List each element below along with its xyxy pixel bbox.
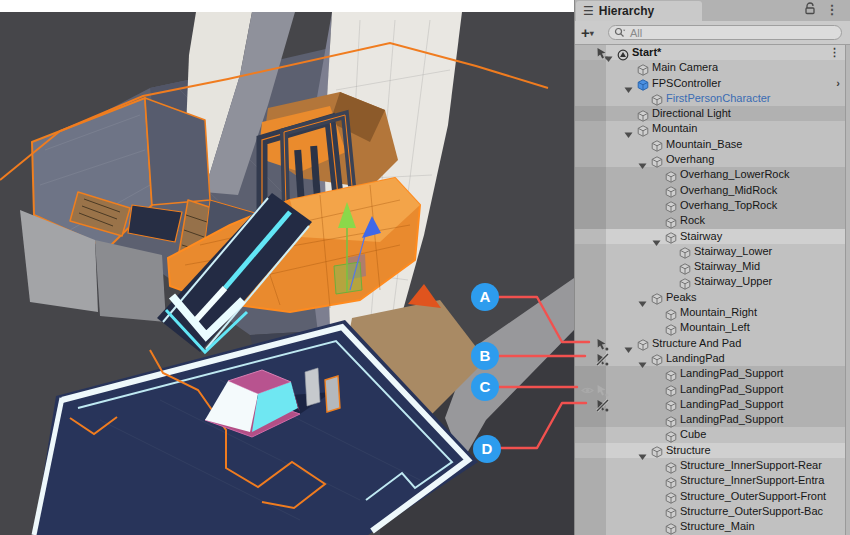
unity-scene-icon [617, 47, 629, 59]
hierarchy-row-landingpad[interactable]: LandingPad [575, 351, 850, 366]
gameobject-cube-icon [665, 322, 677, 334]
gameobject-cube-icon [651, 154, 663, 166]
hierarchy-row-overhang[interactable]: Overhang [575, 152, 850, 167]
prefab-chevron-right-icon[interactable]: › [836, 76, 840, 91]
hierarchy-row-mountain[interactable]: Mountain [575, 121, 850, 136]
pickable-toggle-icon[interactable] [596, 337, 609, 350]
callout-badge-d: D [473, 435, 501, 463]
gameobject-cube-icon [665, 414, 677, 426]
gameobject-cube-icon [665, 429, 677, 441]
hierarchy-row-structure-innersupport-rear[interactable]: Structure_InnerSupport-Rear [575, 458, 850, 473]
foldout-chevron-down-icon[interactable] [638, 447, 647, 455]
add-object-button[interactable]: +▾ [581, 23, 594, 44]
gameobject-cube-icon [665, 383, 677, 395]
foldout-chevron-down-icon[interactable] [624, 340, 633, 348]
scene-view[interactable]: A B C D [0, 0, 574, 535]
hierarchy-row-start-[interactable]: Start*⋮ [575, 45, 850, 60]
foldout-chevron-down-icon[interactable] [624, 125, 633, 133]
object-label: Mountain [652, 121, 697, 136]
gameobject-cube-icon [665, 398, 677, 410]
hierarchy-row-stairway-lower[interactable]: Stairway_Lower [575, 244, 850, 259]
vertical-scrollbar[interactable] [845, 45, 850, 535]
hierarchy-row-landingpad-support[interactable]: LandingPad_Support [575, 382, 850, 397]
tab-title: Hierarchy [599, 4, 654, 18]
gameobject-cube-icon [637, 62, 649, 74]
object-label: Stairway [680, 229, 722, 244]
gameobject-cube-icon [665, 368, 677, 380]
hierarchy-row-directional-light[interactable]: Directional Light [575, 106, 850, 121]
hierarchy-row-structure-and-pad[interactable]: Structure And Pad [575, 336, 850, 351]
kebab-menu-icon[interactable]: ⋮ [824, 2, 840, 18]
hierarchy-row-stairway-upper[interactable]: Stairway_Upper [575, 274, 850, 289]
gameobject-cube-icon [679, 245, 691, 257]
gameobject-cube-icon [665, 505, 677, 517]
hierarchy-row-mountain-base[interactable]: Mountain_Base [575, 137, 850, 152]
object-label: LandingPad_Support [680, 382, 783, 397]
hierarchy-row-landingpad-support[interactable]: LandingPad_Support [575, 412, 850, 427]
gameobject-cube-icon [637, 123, 649, 135]
object-label: Structure_OuterSupport-Front [680, 489, 826, 504]
object-label: Structure_InnerSupport-Entra [680, 473, 824, 488]
gameobject-cube-icon [665, 490, 677, 502]
hierarchy-row-firstpersoncharacter[interactable]: FirstPersonCharacter [575, 91, 850, 106]
gameobject-cube-icon [651, 138, 663, 150]
hierarchy-row-main-camera[interactable]: Main Camera [575, 60, 850, 75]
hierarchy-row-stairway[interactable]: Stairway [575, 229, 850, 244]
object-label: Main Camera [652, 60, 718, 75]
object-label: LandingPad_Support [680, 366, 783, 381]
object-label: LandingPad [666, 351, 725, 366]
hierarchy-row-structure-main[interactable]: Structure_Main [575, 519, 850, 534]
hierarchy-row-structure-innersupport-entra[interactable]: Structure_InnerSupport-Entra [575, 473, 850, 488]
object-label: Mountain_Base [666, 137, 742, 152]
object-label: FirstPersonCharacter [666, 91, 771, 106]
object-label: Overhang_LowerRock [680, 167, 789, 182]
pickable-off-toggle-icon[interactable] [596, 352, 609, 365]
hierarchy-row-mountain-left[interactable]: Mountain_Left [575, 320, 850, 335]
hierarchy-row-landingpad-support[interactable]: LandingPad_Support [575, 366, 850, 381]
hierarchy-row-overhang-toprock[interactable]: Overhang_TopRock [575, 198, 850, 213]
visibility-eye-icon[interactable] [581, 383, 594, 396]
object-label: Cube [680, 427, 706, 442]
foldout-chevron-down-icon[interactable] [638, 355, 647, 363]
object-label: LandingPad_Support [680, 397, 783, 412]
gameobject-cube-icon [637, 337, 649, 349]
hierarchy-row-rock[interactable]: Rock [575, 213, 850, 228]
prefab-cube-icon [637, 77, 649, 89]
object-label: Mountain_Right [680, 305, 757, 320]
lock-icon[interactable] [802, 2, 818, 18]
object-label: Overhang_MidRock [680, 183, 777, 198]
object-label: Structure_InnerSupport-Rear [680, 458, 822, 473]
panel-tab-bar: ☰Hierarchy ⋮ [575, 0, 850, 21]
hierarchy-row-landingpad-support[interactable]: LandingPad_Support [575, 397, 850, 412]
foldout-chevron-down-icon[interactable] [652, 233, 661, 241]
hierarchy-row-cube[interactable]: Cube [575, 427, 850, 442]
hierarchy-row-structurre-outersupport-bac[interactable]: Structurre_OuterSupport-Bac [575, 504, 850, 519]
tab-hierarchy[interactable]: ☰Hierarchy [576, 1, 702, 21]
object-label: Start* [632, 45, 661, 60]
foldout-chevron-down-icon[interactable] [624, 80, 633, 88]
object-label: Structurre_OuterSupport-Bac [680, 504, 823, 519]
hierarchy-row-mountain-right[interactable]: Mountain_Right [575, 305, 850, 320]
callout-badge-a: A [471, 283, 499, 311]
object-label: FPSController [652, 76, 721, 91]
hierarchy-row-peaks[interactable]: Peaks [575, 290, 850, 305]
hierarchy-row-fpscontroller[interactable]: FPSController› [575, 76, 850, 91]
gameobject-cube-icon [651, 291, 663, 303]
foldout-chevron-down-icon[interactable] [604, 49, 613, 57]
foldout-chevron-down-icon[interactable] [638, 294, 647, 302]
hierarchy-row-structure-outersupport-front[interactable]: Structure_OuterSupport-Front [575, 489, 850, 504]
toggle-gutter [575, 45, 606, 535]
object-label: Stairway_Lower [694, 244, 772, 259]
foldout-chevron-down-icon[interactable] [638, 156, 647, 164]
search-input[interactable]: All [608, 25, 842, 40]
object-label: Structure_Main [680, 519, 755, 534]
hierarchy-row-overhang-midrock[interactable]: Overhang_MidRock [575, 183, 850, 198]
kebab-menu-icon[interactable]: ⋮ [829, 45, 840, 60]
hierarchy-row-stairway-mid[interactable]: Stairway_Mid [575, 259, 850, 274]
page-margin [0, 0, 574, 12]
pickable-faint-icon[interactable] [596, 383, 609, 396]
hierarchy-row-overhang-lowerrock[interactable]: Overhang_LowerRock [575, 167, 850, 182]
object-label: Peaks [666, 290, 697, 305]
pickable-off-toggle-icon[interactable] [596, 398, 609, 411]
hierarchy-row-structure[interactable]: Structure [575, 443, 850, 458]
